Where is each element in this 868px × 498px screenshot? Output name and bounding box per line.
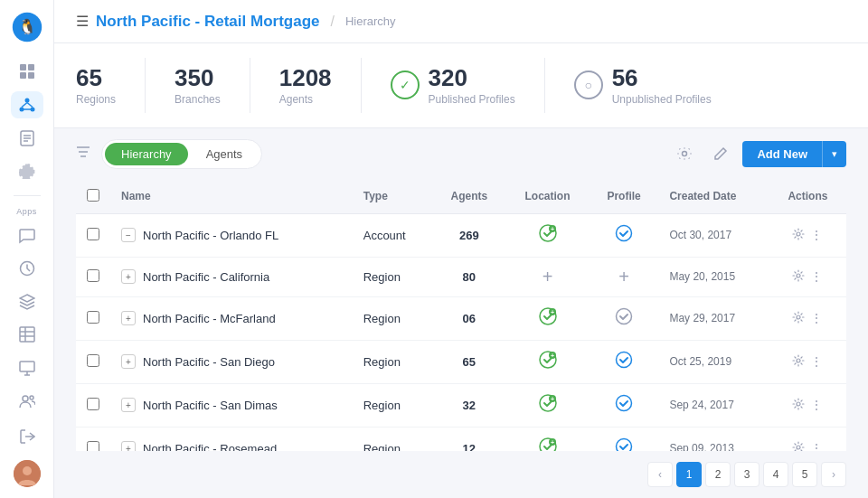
location-green-icon[interactable]: + xyxy=(538,227,558,247)
sidebar-item-users[interactable] xyxy=(11,387,43,415)
row-profile-4[interactable] xyxy=(590,383,659,427)
row-gear-icon-0[interactable] xyxy=(792,228,805,243)
menu-icon[interactable]: ☰ xyxy=(76,13,89,30)
profile-plus-icon[interactable]: + xyxy=(618,267,629,287)
pagination-page-2[interactable]: 2 xyxy=(705,462,731,487)
sidebar-item-network[interactable] xyxy=(11,91,43,119)
row-more-icon-5[interactable]: ⋮ xyxy=(810,441,823,451)
row-more-icon-3[interactable]: ⋮ xyxy=(810,354,823,369)
row-gear-icon-4[interactable] xyxy=(792,398,805,413)
row-type-2: Region xyxy=(353,296,433,340)
location-green-icon[interactable]: + xyxy=(538,397,558,417)
row-location-4[interactable]: + xyxy=(505,383,589,427)
stat-published-label: Published Profiles xyxy=(429,93,515,106)
tab-agents[interactable]: Agents xyxy=(190,143,259,165)
location-green-icon[interactable]: + xyxy=(538,353,558,373)
profile-check-gray-icon[interactable] xyxy=(615,311,633,329)
col-header-type: Type xyxy=(353,180,433,214)
row-profile-2[interactable] xyxy=(590,296,659,340)
row-location-3[interactable]: + xyxy=(505,340,589,383)
pagination-page-1[interactable]: 1 xyxy=(676,462,702,487)
row-profile-0[interactable] xyxy=(590,213,659,257)
expand-btn-4[interactable]: + xyxy=(121,398,136,412)
location-green-icon[interactable]: + xyxy=(538,310,558,330)
pagination-page-3[interactable]: 3 xyxy=(734,462,760,487)
expand-btn-2[interactable]: + xyxy=(121,311,136,325)
row-type-3: Region xyxy=(353,340,433,383)
location-plus-icon[interactable]: + xyxy=(542,267,553,287)
row-more-icon-4[interactable]: ⋮ xyxy=(810,398,823,412)
row-agents-1: 80 xyxy=(432,257,505,296)
pagination-next[interactable]: › xyxy=(821,462,846,487)
profile-check-blue-icon[interactable] xyxy=(615,228,633,246)
sidebar-item-logout[interactable] xyxy=(11,420,43,453)
pagination-page-4[interactable]: 4 xyxy=(763,462,788,487)
sidebar-item-chat[interactable] xyxy=(11,221,43,249)
profile-check-blue-icon[interactable] xyxy=(615,398,633,416)
add-new-button[interactable]: Add New xyxy=(742,141,822,167)
row-gear-icon-3[interactable] xyxy=(792,354,805,370)
sidebar-item-table[interactable] xyxy=(11,321,43,349)
row-checkbox-3[interactable] xyxy=(87,354,99,367)
row-gear-icon-2[interactable] xyxy=(792,311,805,326)
collapse-btn-0[interactable]: − xyxy=(121,228,136,242)
sidebar-item-settings[interactable] xyxy=(11,157,43,185)
row-more-icon-2[interactable]: ⋮ xyxy=(810,311,823,325)
row-date-3: Oct 25, 2019 xyxy=(658,340,769,383)
expand-btn-1[interactable]: + xyxy=(121,269,136,284)
row-gear-icon-5[interactable] xyxy=(792,441,805,451)
row-checkbox-4[interactable] xyxy=(87,398,99,410)
profile-check-blue-icon[interactable] xyxy=(615,354,633,372)
page-title: North Pacific - Retail Mortgage xyxy=(96,13,319,31)
svg-text:+: + xyxy=(550,226,553,232)
filter-icon[interactable] xyxy=(76,146,90,162)
row-location-5[interactable]: + xyxy=(505,427,589,451)
user-avatar[interactable] xyxy=(14,460,41,487)
row-more-icon-0[interactable]: ⋮ xyxy=(810,228,823,242)
stat-branches: 350 Branches xyxy=(175,58,250,113)
row-type-4: Region xyxy=(353,383,433,427)
unpublished-icon: ○ xyxy=(574,70,603,99)
row-location-1[interactable]: + xyxy=(505,257,589,296)
toolbar-edit-icon[interactable] xyxy=(706,139,735,168)
row-checkbox-1[interactable] xyxy=(87,269,99,282)
sidebar-item-grid[interactable] xyxy=(11,58,43,86)
profile-check-blue-icon[interactable] xyxy=(615,441,633,451)
row-gear-icon-1[interactable] xyxy=(792,269,805,285)
row-profile-3[interactable] xyxy=(590,340,659,383)
sidebar-item-document[interactable] xyxy=(11,124,43,152)
col-header-actions: Actions xyxy=(769,180,846,214)
tab-hierarchy[interactable]: Hierarchy xyxy=(105,143,188,165)
svg-text:🐧: 🐧 xyxy=(18,17,37,36)
table-row: +North Pacific - San DiegoRegion65 + Oct… xyxy=(76,340,846,383)
toolbar-settings-icon[interactable] xyxy=(670,139,699,168)
row-location-0[interactable]: + xyxy=(505,213,589,257)
expand-btn-3[interactable]: + xyxy=(121,354,136,369)
location-green-icon[interactable]: + xyxy=(538,440,558,451)
row-name-cell-5: +North Pacific - Rosemead xyxy=(121,441,342,451)
row-agents-3: 65 xyxy=(432,340,505,383)
svg-point-6 xyxy=(24,98,29,102)
col-header-agents: Agents xyxy=(432,180,505,214)
row-profile-5[interactable] xyxy=(590,427,659,451)
svg-text:+: + xyxy=(550,396,553,402)
svg-point-59 xyxy=(797,446,800,449)
sidebar-item-clock[interactable] xyxy=(11,255,43,283)
row-checkbox-5[interactable] xyxy=(87,441,99,451)
add-new-dropdown-button[interactable]: ▾ xyxy=(822,141,846,167)
row-location-2[interactable]: + xyxy=(505,296,589,340)
row-checkbox-0[interactable] xyxy=(87,228,99,240)
svg-line-10 xyxy=(27,102,33,107)
select-all-checkbox[interactable] xyxy=(87,189,99,202)
pagination-prev[interactable]: ‹ xyxy=(647,462,673,487)
breadcrumb-separator: / xyxy=(330,14,334,30)
row-more-icon-1[interactable]: ⋮ xyxy=(810,269,823,284)
row-profile-1[interactable]: + xyxy=(590,257,659,296)
pagination-page-5[interactable]: 5 xyxy=(792,462,817,487)
sidebar-item-layers[interactable] xyxy=(11,288,43,316)
expand-btn-5[interactable]: + xyxy=(121,441,136,451)
sidebar-item-monitor[interactable] xyxy=(11,354,43,382)
row-checkbox-2[interactable] xyxy=(87,311,99,324)
row-name-cell-1: +North Pacific - California xyxy=(121,269,342,284)
table-header-row: Name Type Agents Location Profile Create… xyxy=(76,180,846,214)
